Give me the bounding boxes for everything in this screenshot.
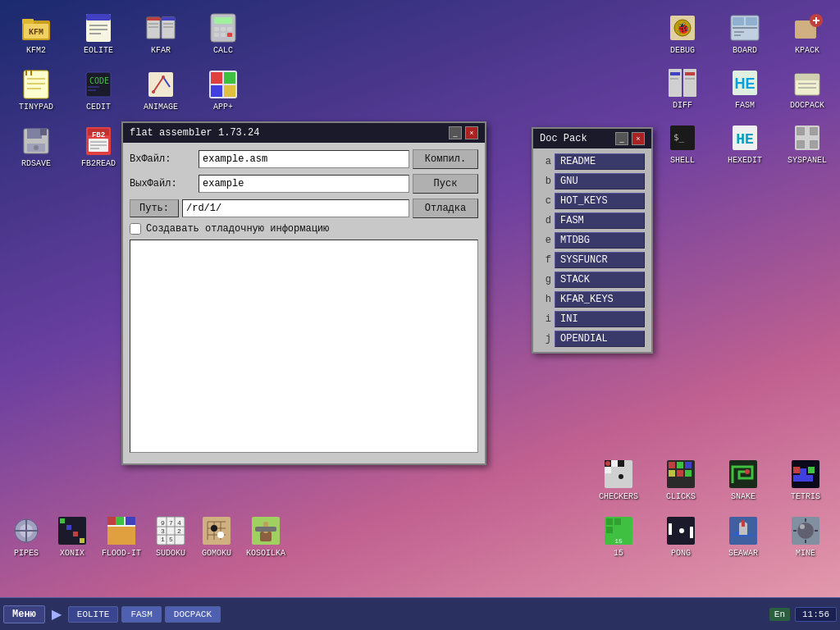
docpack-item-btn[interactable]: OPENDIAL: [555, 331, 645, 347]
icon-animage[interactable]: ANIMAGE: [133, 65, 189, 115]
seawar-icon: [727, 514, 760, 547]
icon-mine[interactable]: MINE: [778, 511, 833, 561]
icon-eolite[interactable]: EOLITE: [71, 8, 126, 58]
icon-pong[interactable]: PONG: [653, 511, 709, 561]
taskbar-task-eolite[interactable]: EOLITE: [68, 606, 119, 623]
gomoku-label: GOMOKU: [202, 549, 231, 558]
docpack-item-btn[interactable]: MTDBG: [555, 232, 645, 249]
cedit-label: CEDIT: [86, 103, 111, 112]
svg-rect-143: [685, 470, 692, 477]
icon-docpack[interactable]: DOCPACK: [779, 63, 835, 113]
cedit-icon: CODE: [82, 68, 115, 101]
icon-cedit[interactable]: CODE CEDIT: [71, 65, 126, 115]
docpack-key: f: [540, 254, 551, 266]
icon-pipes[interactable]: PIPES: [7, 511, 46, 561]
svg-point-165: [797, 523, 814, 539]
icon-shell[interactable]: $_ SHELL: [655, 118, 710, 168]
icon-snake[interactable]: SNAKE: [715, 454, 771, 504]
docpack-item-btn[interactable]: GNU: [555, 173, 645, 189]
icon-debug[interactable]: 🐞 DEBUG: [655, 8, 710, 58]
docpack-item-btn[interactable]: README: [555, 153, 645, 170]
docpack-item-btn[interactable]: KFAR_KEYS: [555, 291, 645, 308]
icon-gomoku[interactable]: GOMOKU: [197, 511, 236, 561]
path-row: Путь: Отладка: [130, 199, 478, 218]
icon-kfar[interactable]: KFAR: [133, 8, 189, 58]
docpack-item-btn[interactable]: STACK: [555, 272, 645, 288]
svg-rect-149: [806, 475, 813, 482]
icon-tinypad[interactable]: TINYPAD: [8, 65, 64, 115]
board-label: BOARD: [733, 46, 757, 55]
flat-asm-minimize-btn[interactable]: _: [449, 126, 462, 139]
icon-rdsave[interactable]: RDSAVE: [8, 121, 64, 171]
svg-rect-132: [611, 460, 618, 467]
shell-icon: $_: [666, 121, 699, 154]
tinypad-icon: [20, 68, 52, 101]
fb2read-icon: FB2: [82, 125, 115, 158]
pong-label: PONG: [671, 549, 691, 558]
icon-board[interactable]: BOARD: [717, 8, 773, 58]
svg-rect-90: [810, 140, 818, 148]
icon-diff[interactable]: DIFF: [655, 63, 710, 113]
svg-rect-18: [214, 17, 232, 24]
icon-hexedit[interactable]: HE HEXEDIT: [717, 118, 773, 168]
output-file-row: ВыхФайл: Пуск: [130, 174, 478, 194]
icon-checkers[interactable]: CHECKERS: [591, 454, 646, 504]
icon-kosoilka[interactable]: KOSOILKA: [243, 511, 289, 561]
compile-btn[interactable]: Компил.: [413, 149, 478, 169]
input-file-field[interactable]: [199, 150, 409, 168]
calc-icon: [207, 11, 240, 44]
debug-info-checkbox[interactable]: [130, 223, 141, 235]
svg-rect-152: [808, 467, 815, 473]
animage-icon: [144, 68, 177, 101]
flat-asm-window: flat assembler 1.73.24 _ × ВхФайл: Компи…: [121, 121, 486, 465]
taskbar-task-docpack[interactable]: DOCPACK: [165, 606, 221, 623]
checkers-icon: [602, 458, 635, 491]
docpack-item-btn[interactable]: SYSFUNCR: [555, 252, 645, 268]
docpack-item-btn[interactable]: HOT_KEYS: [555, 193, 645, 209]
shell-label: SHELL: [670, 156, 695, 165]
desktop: KFM KFM2 EOLITE: [0, 0, 840, 597]
docpack-label: DOCPACK: [790, 101, 824, 110]
checkbox-row: Создавать отладочную информацию: [130, 223, 478, 235]
icon-tetris[interactable]: TETRIS: [778, 454, 833, 504]
path-btn[interactable]: Путь:: [130, 199, 179, 217]
tinypad-label: TINYPAD: [19, 103, 53, 112]
docpack-close-btn[interactable]: ×: [632, 132, 645, 145]
output-file-field[interactable]: [199, 175, 409, 193]
debug-run-btn[interactable]: Отладка: [413, 199, 478, 218]
icon-appplus[interactable]: APP+: [195, 65, 251, 115]
icon-floodit[interactable]: FLOOD-IT: [98, 511, 144, 561]
docpack-item-btn[interactable]: INI: [555, 311, 645, 327]
svg-text:KFM: KFM: [29, 28, 43, 37]
menu-button[interactable]: Меню: [3, 605, 45, 623]
docpack-item-btn[interactable]: FASM: [555, 212, 645, 229]
svg-point-161: [679, 528, 684, 533]
board-icon: [728, 11, 761, 44]
taskbar-task-fasm[interactable]: FASM: [121, 606, 161, 623]
icon-calc[interactable]: CALC: [195, 8, 251, 58]
pong-icon: [664, 514, 697, 547]
docpack-row: cHOT_KEYS: [536, 191, 648, 211]
flat-asm-close-btn[interactable]: ×: [465, 126, 478, 139]
svg-rect-142: [677, 470, 683, 477]
output-area[interactable]: [130, 240, 478, 453]
icon-kpack[interactable]: KPACK: [779, 8, 835, 58]
taskbar-arrow-icon[interactable]: ▶: [48, 605, 65, 623]
icon-15[interactable]: 15 15: [591, 511, 646, 561]
docpack-minimize-btn[interactable]: _: [615, 132, 628, 145]
icon-xonix[interactable]: XONIX: [52, 511, 92, 561]
kfar-icon: [144, 11, 177, 44]
icon-fasm[interactable]: HE FASM: [717, 63, 773, 113]
icon-seawar[interactable]: SEAWAR: [715, 511, 771, 561]
svg-text:HE: HE: [736, 131, 754, 148]
docpack-key: c: [540, 195, 551, 207]
mine-icon: [789, 514, 822, 547]
icon-clicks[interactable]: CLICKS: [653, 454, 709, 504]
path-field[interactable]: [182, 199, 409, 217]
icon-sudoku[interactable]: 9 7 4 3 2 1 5 SUDOKU: [151, 511, 190, 561]
icon-kfm2[interactable]: KFM KFM2: [8, 8, 64, 58]
icon-fb2read[interactable]: FB2 FB2READ: [71, 121, 126, 171]
icon-syspanel[interactable]: SYSPANEL: [779, 118, 835, 168]
run-btn[interactable]: Пуск: [413, 174, 478, 194]
svg-rect-72: [670, 72, 680, 75]
